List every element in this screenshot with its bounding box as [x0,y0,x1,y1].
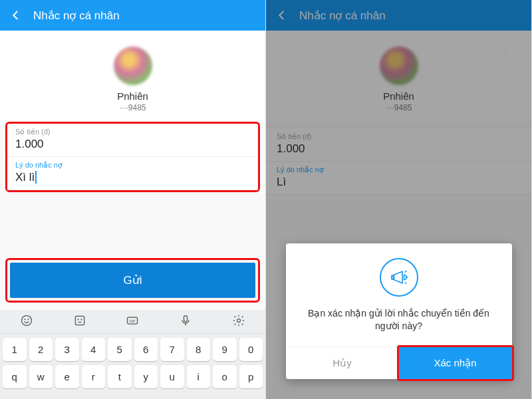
svg-text:GIF: GIF [130,319,136,323]
key-3[interactable]: 3 [55,338,79,361]
key-6[interactable]: 6 [134,338,158,361]
keyboard: GIF 1234567890 qwertyuiop [0,310,265,399]
key-2[interactable]: 2 [29,338,53,361]
reason-value: Xì lì [15,171,250,184]
emoji-icon[interactable] [20,314,33,330]
key-i[interactable]: i [187,365,211,388]
svg-point-5 [81,319,82,319]
keyboard-row-numbers: 1234567890 [0,334,265,361]
reason-field[interactable]: Lý do nhắc nợ Xì lì [7,157,258,190]
avatar [114,47,152,85]
key-o[interactable]: o [213,365,237,388]
confirm-button[interactable]: Xác nhận [399,347,512,379]
sticker-icon[interactable] [73,314,86,330]
contact-name: Pnhiên [0,90,265,102]
dialog-buttons: Hủy Xác nhận [286,346,512,379]
megaphone-icon [380,258,418,297]
dialog-message: Bạn xác nhận gửi lời nhắc chuyển tiền đế… [286,307,512,346]
screen-form: Nhắc nợ cá nhân Pnhiên ····9485 Số tiền … [0,0,266,399]
header-bar: Nhắc nợ cá nhân [0,0,265,31]
amount-field[interactable]: Số tiền (đ) 1.000 [7,124,258,157]
cancel-button[interactable]: Hủy [286,347,399,379]
key-u[interactable]: u [160,365,184,388]
amount-value: 1.000 [15,138,250,151]
svg-point-0 [21,315,31,325]
key-r[interactable]: r [82,365,106,388]
svg-rect-8 [184,315,188,321]
svg-point-1 [25,319,25,319]
svg-point-4 [78,319,78,319]
key-9[interactable]: 9 [213,338,237,361]
key-q[interactable]: q [3,365,27,388]
header-title: Nhắc nợ cá nhân [33,9,120,23]
confirm-dialog: Bạn xác nhận gửi lời nhắc chuyển tiền đế… [286,243,512,379]
svg-point-2 [28,319,29,319]
gif-icon[interactable]: GIF [126,314,139,330]
key-7[interactable]: 7 [160,338,184,361]
send-button[interactable]: Gửi [10,263,255,298]
svg-point-9 [237,319,241,322]
key-0[interactable]: 0 [239,338,263,361]
modal-overlay: Bạn xác nhận gửi lời nhắc chuyển tiền đế… [266,0,531,399]
input-group-highlight: Số tiền (đ) 1.000 Lý do nhắc nợ Xì lì [5,122,260,192]
svg-rect-3 [75,316,84,325]
contact-account: ····9485 [0,103,265,112]
key-1[interactable]: 1 [3,338,27,361]
back-button[interactable] [8,7,24,23]
mic-icon[interactable] [179,314,192,330]
reason-label: Lý do nhắc nợ [15,161,250,170]
key-p[interactable]: p [239,365,263,388]
confirm-highlight: Xác nhận [397,345,514,381]
key-4[interactable]: 4 [82,338,106,361]
keyboard-toolbar: GIF [0,310,265,334]
amount-label: Số tiền (đ) [15,128,250,136]
key-y[interactable]: y [134,365,158,388]
send-button-highlight: Gửi [5,258,260,303]
key-w[interactable]: w [29,365,53,388]
arrow-left-icon [10,9,22,21]
settings-icon[interactable] [232,314,245,330]
key-e[interactable]: e [55,365,79,388]
screen-confirm: Nhắc nợ cá nhân Pnhiên ····9485 Số tiền … [266,0,532,399]
keyboard-row-letters: qwertyuiop [0,361,265,388]
contact-profile: Pnhiên ····9485 [0,31,265,122]
key-t[interactable]: t [108,365,132,388]
key-8[interactable]: 8 [187,338,211,361]
key-5[interactable]: 5 [108,338,132,361]
